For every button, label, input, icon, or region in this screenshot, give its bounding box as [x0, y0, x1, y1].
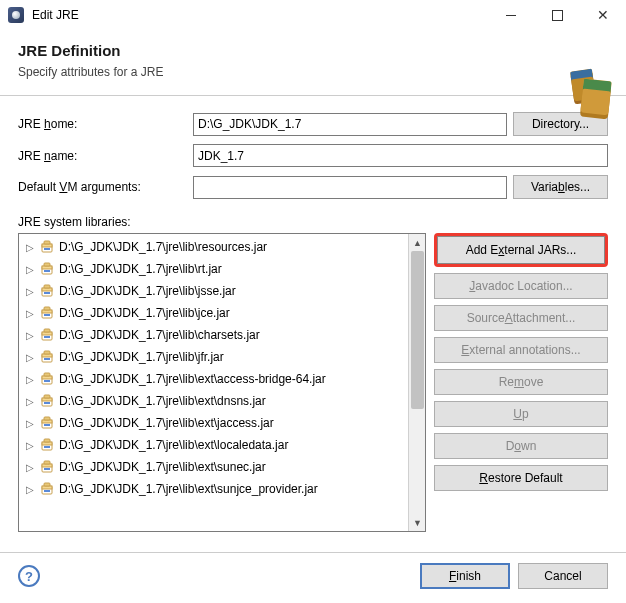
- directory-button[interactable]: Directory...: [513, 112, 608, 136]
- jar-icon: [39, 349, 55, 365]
- svg-rect-31: [44, 402, 50, 404]
- javadoc-location-button[interactable]: Javadoc Location...: [434, 273, 608, 299]
- restore-default-button[interactable]: Restore Default: [434, 465, 608, 491]
- tree-item[interactable]: ▷D:\G_JDK\JDK_1.7\jre\lib\rt.jar: [19, 258, 408, 280]
- jre-name-label: JRE name:: [18, 149, 193, 163]
- svg-rect-43: [44, 468, 50, 470]
- svg-rect-35: [44, 424, 50, 426]
- jar-icon: [39, 437, 55, 453]
- svg-rect-46: [44, 483, 50, 486]
- jar-icon: [39, 481, 55, 497]
- eclipse-icon: [8, 7, 24, 23]
- scroll-down-arrow[interactable]: ▼: [409, 514, 426, 531]
- tree-item-path: D:\G_JDK\JDK_1.7\jre\lib\ext\access-brid…: [59, 372, 326, 386]
- jar-icon: [39, 327, 55, 343]
- expand-icon[interactable]: ▷: [23, 418, 37, 429]
- help-icon[interactable]: ?: [18, 565, 40, 587]
- dialog-footer: ? Finish Cancel: [0, 552, 626, 603]
- expand-icon[interactable]: ▷: [23, 440, 37, 451]
- jar-icon: [39, 393, 55, 409]
- svg-rect-6: [44, 263, 50, 266]
- source-attachment-button[interactable]: Source Attachment...: [434, 305, 608, 331]
- tree-item-path: D:\G_JDK\JDK_1.7\jre\lib\rt.jar: [59, 262, 222, 276]
- up-button[interactable]: Up: [434, 401, 608, 427]
- books-icon: [556, 70, 610, 114]
- maximize-button[interactable]: [534, 0, 580, 30]
- svg-rect-18: [44, 329, 50, 332]
- tree-item[interactable]: ▷D:\G_JDK\JDK_1.7\jre\lib\ext\access-bri…: [19, 368, 408, 390]
- svg-rect-30: [44, 395, 50, 398]
- expand-icon[interactable]: ▷: [23, 396, 37, 407]
- svg-rect-26: [44, 373, 50, 376]
- svg-rect-42: [44, 461, 50, 464]
- scroll-thumb[interactable]: [411, 251, 424, 409]
- default-vm-args-label: Default VM arguments:: [18, 180, 193, 194]
- vertical-scrollbar[interactable]: ▲ ▼: [408, 234, 425, 531]
- expand-icon[interactable]: ▷: [23, 286, 37, 297]
- svg-rect-34: [44, 417, 50, 420]
- window-title: Edit JRE: [32, 8, 488, 22]
- tree-item[interactable]: ▷D:\G_JDK\JDK_1.7\jre\lib\jsse.jar: [19, 280, 408, 302]
- tree-item[interactable]: ▷D:\G_JDK\JDK_1.7\jre\lib\ext\dnsns.jar: [19, 390, 408, 412]
- jre-name-input[interactable]: [193, 144, 608, 167]
- jar-icon: [39, 415, 55, 431]
- expand-icon[interactable]: ▷: [23, 352, 37, 363]
- tree-item[interactable]: ▷D:\G_JDK\JDK_1.7\jre\lib\charsets.jar: [19, 324, 408, 346]
- svg-rect-47: [44, 490, 50, 492]
- expand-icon[interactable]: ▷: [23, 308, 37, 319]
- down-button[interactable]: Down: [434, 433, 608, 459]
- system-libraries-tree[interactable]: ▷D:\G_JDK\JDK_1.7\jre\lib\resources.jar▷…: [19, 234, 408, 531]
- tree-item-path: D:\G_JDK\JDK_1.7\jre\lib\ext\sunjce_prov…: [59, 482, 318, 496]
- tree-item[interactable]: ▷D:\G_JDK\JDK_1.7\jre\lib\jfr.jar: [19, 346, 408, 368]
- remove-button[interactable]: Remove: [434, 369, 608, 395]
- svg-rect-2: [44, 241, 50, 244]
- tree-item-path: D:\G_JDK\JDK_1.7\jre\lib\jsse.jar: [59, 284, 236, 298]
- jar-icon: [39, 261, 55, 277]
- add-external-jars-highlight: Add External JARs...: [434, 233, 608, 267]
- jre-home-input[interactable]: [193, 113, 507, 136]
- jar-icon: [39, 459, 55, 475]
- tree-item-path: D:\G_JDK\JDK_1.7\jre\lib\ext\sunec.jar: [59, 460, 266, 474]
- tree-item-path: D:\G_JDK\JDK_1.7\jre\lib\ext\localedata.…: [59, 438, 288, 452]
- svg-rect-7: [44, 270, 50, 272]
- tree-item-path: D:\G_JDK\JDK_1.7\jre\lib\jce.jar: [59, 306, 230, 320]
- close-button[interactable]: ✕: [580, 0, 626, 30]
- expand-icon[interactable]: ▷: [23, 484, 37, 495]
- expand-icon[interactable]: ▷: [23, 242, 37, 253]
- svg-rect-22: [44, 351, 50, 354]
- default-vm-args-input[interactable]: [193, 176, 507, 199]
- tree-item-path: D:\G_JDK\JDK_1.7\jre\lib\jfr.jar: [59, 350, 224, 364]
- svg-rect-3: [44, 248, 50, 250]
- tree-item-path: D:\G_JDK\JDK_1.7\jre\lib\ext\dnsns.jar: [59, 394, 266, 408]
- add-external-jars-button[interactable]: Add External JARs...: [437, 236, 605, 264]
- tree-item[interactable]: ▷D:\G_JDK\JDK_1.7\jre\lib\ext\jaccess.ja…: [19, 412, 408, 434]
- variables-button[interactable]: Variables...: [513, 175, 608, 199]
- svg-rect-39: [44, 446, 50, 448]
- jar-icon: [39, 283, 55, 299]
- tree-item-path: D:\G_JDK\JDK_1.7\jre\lib\resources.jar: [59, 240, 267, 254]
- minimize-button[interactable]: [488, 0, 534, 30]
- tree-item[interactable]: ▷D:\G_JDK\JDK_1.7\jre\lib\ext\sunjce_pro…: [19, 478, 408, 500]
- system-libraries-label: JRE system libraries:: [18, 215, 608, 229]
- scroll-up-arrow[interactable]: ▲: [409, 234, 426, 251]
- svg-rect-14: [44, 307, 50, 310]
- expand-icon[interactable]: ▷: [23, 462, 37, 473]
- tree-item[interactable]: ▷D:\G_JDK\JDK_1.7\jre\lib\jce.jar: [19, 302, 408, 324]
- expand-icon[interactable]: ▷: [23, 330, 37, 341]
- page-title: JRE Definition: [18, 42, 608, 59]
- tree-item-path: D:\G_JDK\JDK_1.7\jre\lib\charsets.jar: [59, 328, 260, 342]
- svg-rect-15: [44, 314, 50, 316]
- expand-icon[interactable]: ▷: [23, 264, 37, 275]
- finish-button[interactable]: Finish: [420, 563, 510, 589]
- jre-home-label: JRE home:: [18, 117, 193, 131]
- svg-rect-23: [44, 358, 50, 360]
- cancel-button[interactable]: Cancel: [518, 563, 608, 589]
- svg-rect-10: [44, 285, 50, 288]
- tree-item[interactable]: ▷D:\G_JDK\JDK_1.7\jre\lib\ext\sunec.jar: [19, 456, 408, 478]
- tree-item[interactable]: ▷D:\G_JDK\JDK_1.7\jre\lib\ext\localedata…: [19, 434, 408, 456]
- dialog-header: JRE Definition Specify attributes for a …: [0, 30, 626, 95]
- external-annotations-button[interactable]: External annotations...: [434, 337, 608, 363]
- tree-item[interactable]: ▷D:\G_JDK\JDK_1.7\jre\lib\resources.jar: [19, 236, 408, 258]
- title-bar: Edit JRE ✕: [0, 0, 626, 30]
- expand-icon[interactable]: ▷: [23, 374, 37, 385]
